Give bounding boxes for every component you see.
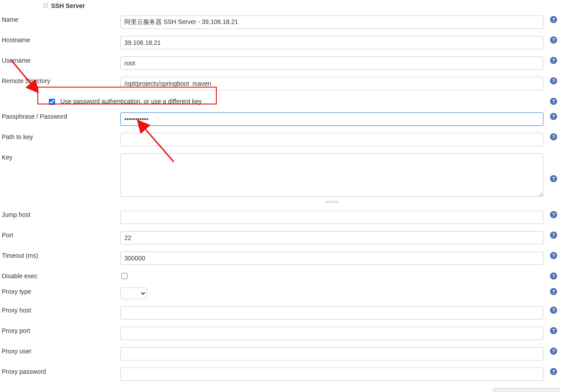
proxy-port-label: Proxy port (2, 327, 30, 334)
help-icon[interactable]: ? (550, 252, 557, 259)
svg-point-3 (45, 4, 46, 4)
proxy-password-input[interactable] (120, 368, 543, 381)
help-icon[interactable]: ? (550, 98, 557, 105)
port-input[interactable] (120, 231, 543, 244)
help-icon[interactable]: ? (550, 368, 557, 375)
passphrase-input[interactable] (120, 112, 543, 126)
svg-point-9 (45, 7, 46, 8)
proxy-user-input[interactable] (120, 347, 543, 360)
name-label: Name (2, 16, 18, 23)
help-icon[interactable]: ? (550, 175, 557, 182)
use-password-label: Use password authentication, or use a di… (60, 97, 202, 105)
help-icon[interactable]: ? (550, 232, 557, 239)
svg-point-2 (44, 4, 44, 4)
disable-exec-checkbox[interactable] (121, 273, 128, 279)
proxy-user-label: Proxy user (2, 348, 32, 355)
svg-point-7 (47, 5, 48, 6)
proxy-port-input[interactable] (120, 327, 543, 340)
path-to-key-input[interactable] (120, 133, 543, 146)
help-icon[interactable]: ? (550, 211, 557, 218)
port-label: Port (2, 232, 13, 239)
svg-point-6 (45, 5, 46, 6)
help-icon[interactable]: ? (550, 77, 557, 84)
test-configuration-button[interactable]: Test Configuration (493, 388, 560, 392)
help-icon[interactable]: ? (550, 36, 557, 44)
path-to-key-label: Path to key (2, 133, 33, 140)
help-icon[interactable]: ? (550, 348, 557, 355)
help-icon[interactable]: ? (550, 133, 557, 140)
disable-exec-label: Disable exec (2, 272, 37, 280)
proxy-type-label: Proxy type (2, 288, 31, 295)
textarea-resize-handle[interactable] (120, 200, 543, 204)
ssh-server-config-panel: SSH Server Name ? Hostname ? Username ? … (0, 0, 562, 392)
help-icon[interactable]: ? (550, 288, 557, 295)
svg-point-5 (44, 5, 44, 6)
key-label: Key (2, 154, 12, 161)
svg-point-4 (47, 4, 48, 4)
proxy-host-label: Proxy host (2, 307, 31, 314)
timeout-input[interactable] (120, 252, 543, 265)
help-icon[interactable]: ? (550, 16, 557, 23)
svg-point-10 (47, 7, 48, 8)
timeout-label: Timeout (ms) (2, 252, 38, 259)
proxy-password-label: Proxy password (2, 368, 46, 375)
username-label: Username (2, 57, 31, 64)
name-input[interactable] (120, 16, 543, 29)
svg-point-8 (44, 7, 44, 8)
proxy-type-select[interactable] (120, 288, 147, 299)
use-password-checkbox[interactable] (49, 99, 55, 105)
proxy-host-input[interactable] (120, 306, 543, 320)
drag-handle-icon[interactable] (43, 3, 48, 8)
help-icon[interactable]: ? (550, 307, 557, 314)
section-title: SSH Server (51, 2, 85, 9)
help-icon[interactable]: ? (550, 113, 557, 120)
hostname-label: Hostname (2, 36, 30, 44)
help-icon[interactable]: ? (550, 57, 557, 64)
remote-dir-label: Remote Directory (2, 77, 50, 84)
jump-host-label: Jump host (2, 211, 31, 218)
key-textarea[interactable] (120, 153, 543, 197)
jump-host-input[interactable] (120, 211, 543, 224)
passphrase-label: Passphrase / Password (2, 113, 67, 120)
remote-dir-input[interactable] (120, 77, 543, 90)
username-input[interactable] (120, 56, 543, 70)
help-icon[interactable]: ? (550, 327, 557, 334)
help-icon[interactable]: ? (550, 272, 557, 280)
hostname-input[interactable] (120, 36, 543, 49)
